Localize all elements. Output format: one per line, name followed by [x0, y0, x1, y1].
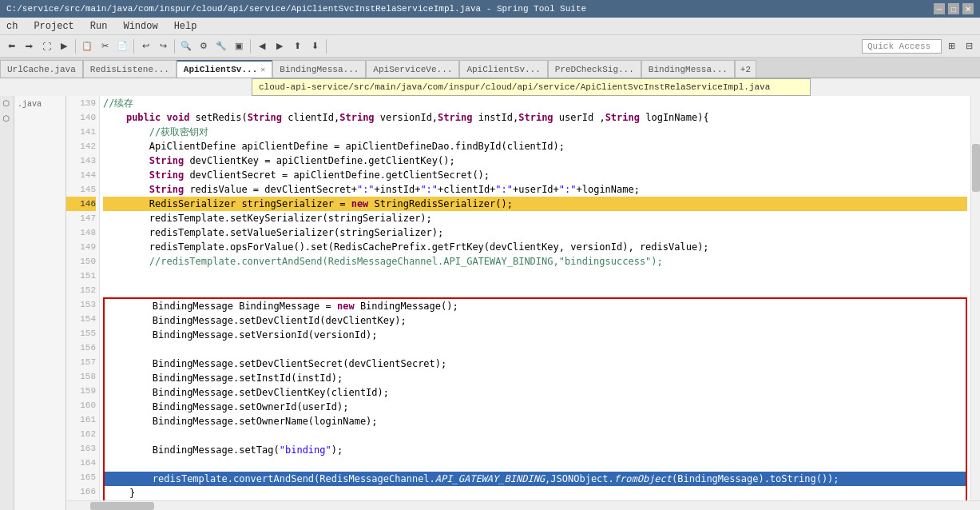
- code-line-145: String redisValue = devClientSecret+":"+…: [103, 182, 967, 197]
- h-scrollbar-thumb[interactable]: [90, 502, 154, 510]
- code-line-146: RedisSerializer stringSerializer = new S…: [103, 197, 967, 211]
- toolbar-btn-4[interactable]: ▶: [56, 38, 72, 54]
- code-line-151: [103, 269, 967, 283]
- code-line-153: BindingMessage BindingMessage = new Bind…: [105, 299, 966, 313]
- horizontal-scrollbar[interactable]: [66, 500, 980, 510]
- code-line-139: //续存: [103, 96, 967, 110]
- code-line-164: [105, 457, 966, 472]
- menu-item-ch[interactable]: ch: [3, 20, 21, 33]
- menu-item-run[interactable]: Run: [87, 20, 111, 33]
- minimize-button[interactable]: ─: [934, 3, 945, 14]
- toolbar-btn-2[interactable]: ⮕: [21, 38, 37, 54]
- line-num-160: 160: [66, 398, 96, 412]
- toolbar-btn-17[interactable]: ⬇: [307, 38, 323, 54]
- line-num-166: 166: [66, 484, 96, 499]
- code-line-149: redisTemplate.opsForValue().set(RedisCac…: [103, 240, 967, 254]
- toolbar-btn-18[interactable]: ⊞: [943, 38, 959, 54]
- toolbar-btn-9[interactable]: ↪: [155, 38, 171, 54]
- toolbar-btn-12[interactable]: 🔧: [213, 38, 229, 54]
- separator-1: [75, 39, 76, 54]
- title-text: C:/service/src/main/java/com/inspur/clou…: [6, 4, 586, 14]
- tab-bar: UrlCache.java RedisListene... ApiClientS…: [0, 58, 980, 78]
- code-line-158: BindingMessage.setInstId(instId);: [105, 371, 966, 385]
- collapse-icon[interactable]: ⬡: [2, 99, 11, 108]
- left-panel: ⬡ ⬡: [0, 96, 14, 510]
- toolbar-btn-3[interactable]: ⛶: [38, 38, 54, 54]
- toolbar-btn-15[interactable]: ▶: [272, 38, 288, 54]
- vertical-scrollbar[interactable]: [970, 96, 980, 500]
- code-lines-container: //续存 public void setRedis(String clientI…: [100, 96, 970, 500]
- tab-label: ApiServiceVe...: [373, 65, 452, 74]
- separator-3: [174, 39, 175, 54]
- tab-apiclientsvc[interactable]: ApiClientSv... ✕: [177, 60, 272, 78]
- quick-access-input[interactable]: Quick Access: [862, 39, 942, 54]
- quick-access-label: Quick Access: [867, 42, 930, 51]
- code-line-150: //redisTemplate.convertAndSend(RedisMess…: [103, 254, 967, 269]
- code-line-143: String devClientKey = apiClientDefine.ge…: [103, 153, 967, 168]
- outline-item[interactable]: .java: [18, 99, 62, 110]
- menu-item-help[interactable]: Help: [171, 20, 200, 33]
- maximize-button[interactable]: □: [948, 3, 959, 14]
- title-bar: C:/service/src/main/java/com/inspur/clou…: [0, 0, 980, 18]
- toolbar-btn-13[interactable]: ▣: [231, 38, 247, 54]
- toolbar-btn-6[interactable]: ✂: [97, 38, 113, 54]
- tab-label: ApiClientSv...: [466, 65, 540, 74]
- code-line-160: BindingMessage.setOwnerId(userId);: [105, 400, 966, 414]
- code-line-144: String devClientSecret = apiClientDefine…: [103, 168, 967, 182]
- menu-item-window[interactable]: Window: [120, 20, 161, 33]
- toolbar-btn-8[interactable]: ↩: [137, 38, 153, 54]
- line-num-142: 142: [66, 139, 96, 153]
- tab-redislistener[interactable]: RedisListene...: [83, 60, 177, 78]
- tab-label: BindingMessa...: [280, 65, 359, 74]
- toolbar-btn-7[interactable]: 📄: [114, 38, 130, 54]
- tab-apiclientsv2[interactable]: ApiClientSv...: [459, 60, 547, 78]
- line-num-150: 150: [66, 254, 96, 269]
- tab-label: PreDCheckSig...: [555, 65, 634, 74]
- separator-5: [326, 39, 327, 54]
- tab-label: BindingMessa...: [649, 65, 728, 74]
- code-line-154: BindingMessage.setDevClientId(devClientK…: [105, 313, 966, 328]
- toolbar: ⬅ ⮕ ⛶ ▶ 📋 ✂ 📄 ↩ ↪ 🔍 ⚙ 🔧 ▣ ◀ ▶ ⬆ ⬇ Quick …: [0, 35, 980, 58]
- tooltip-text: cloud-api-service/src/main/java/com/insp…: [259, 82, 770, 92]
- tab-urlcache[interactable]: UrlCache.java: [0, 60, 83, 78]
- tab-bindingmessage[interactable]: BindingMessa...: [272, 60, 366, 78]
- menu-item-project[interactable]: Project: [30, 20, 77, 33]
- toolbar-btn-14[interactable]: ◀: [254, 38, 270, 54]
- tab-more-label: +2: [740, 65, 751, 74]
- scrollbar-thumb[interactable]: [972, 144, 980, 192]
- toolbar-btn-1[interactable]: ⬅: [3, 38, 19, 54]
- toolbar-btn-11[interactable]: ⚙: [196, 38, 212, 54]
- tab-more[interactable]: +2: [735, 60, 756, 78]
- tab-close-icon[interactable]: ✕: [260, 65, 265, 74]
- line-num-159: 159: [66, 384, 96, 398]
- code-content: 139 140 141 142 143 144 145 146 147 148 …: [66, 96, 980, 500]
- line-num-161: 161: [66, 412, 96, 427]
- line-num-163: 163: [66, 441, 96, 456]
- code-line-159: BindingMessage.setDevClientKey(clientId)…: [105, 385, 966, 400]
- menu-bar: ch Project Run Window Help: [0, 18, 980, 35]
- line-num-144: 144: [66, 168, 96, 182]
- tab-label: UrlCache.java: [7, 65, 76, 74]
- panel-icon[interactable]: ⬡: [2, 114, 11, 123]
- main-layout: ⬡ ⬡ .java 139 140 141 142 143 144 145 14…: [0, 96, 980, 510]
- line-num-145: 145: [66, 182, 96, 197]
- separator-2: [133, 39, 134, 54]
- line-num-141: 141: [66, 125, 96, 139]
- line-num-139: 139: [66, 96, 96, 110]
- toolbar-btn-19[interactable]: ⊟: [961, 38, 977, 54]
- close-button[interactable]: ✕: [962, 3, 974, 14]
- tab-apiserviceve[interactable]: ApiServiceVe...: [366, 60, 459, 78]
- line-num-140: 140: [66, 110, 96, 125]
- code-line-156: [105, 342, 966, 357]
- line-numbers: 139 140 141 142 143 144 145 146 147 148 …: [66, 96, 100, 500]
- tab-bindingmessage2[interactable]: BindingMessa...: [641, 60, 735, 78]
- window-controls: ─ □ ✕: [934, 3, 974, 14]
- code-line-152: [103, 283, 967, 297]
- toolbar-btn-16[interactable]: ⬆: [289, 38, 305, 54]
- toolbar-btn-5[interactable]: 📋: [79, 38, 95, 54]
- tab-label: ApiClientSv...: [184, 65, 257, 74]
- line-num-149: 149: [66, 240, 96, 254]
- toolbar-btn-10[interactable]: 🔍: [178, 38, 194, 54]
- line-num-156: 156: [66, 341, 96, 355]
- tab-predchecksig[interactable]: PreDCheckSig...: [548, 60, 641, 78]
